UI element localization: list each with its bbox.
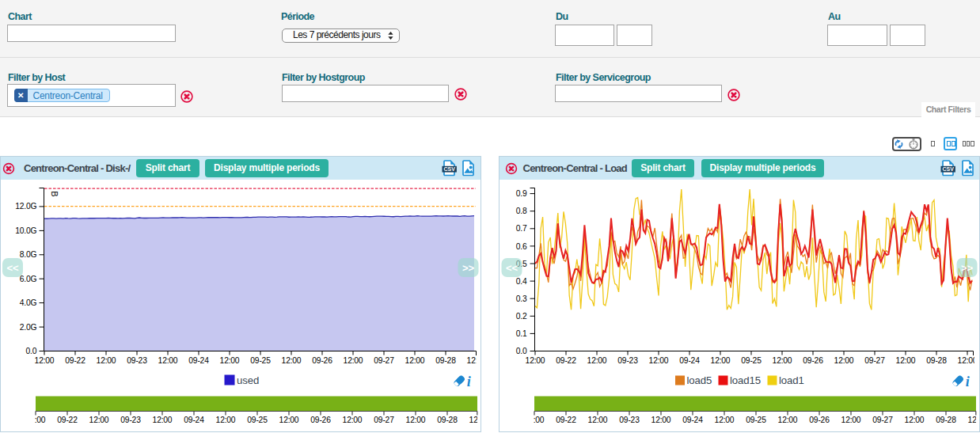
svg-text:12:00: 12:00 bbox=[406, 416, 426, 424]
svg-text:load5: load5 bbox=[687, 374, 712, 386]
svg-text:09-24: 09-24 bbox=[679, 356, 700, 365]
svg-text:09-22: 09-22 bbox=[65, 356, 85, 365]
svg-text:12:00: 12:00 bbox=[841, 416, 861, 424]
svg-text:0.2: 0.2 bbox=[516, 312, 527, 321]
svg-text:12:00: 12:00 bbox=[97, 356, 116, 365]
svg-text:12:00: 12:00 bbox=[405, 356, 425, 365]
svg-text:12:00: 12:00 bbox=[279, 416, 299, 424]
svg-text:load1: load1 bbox=[779, 374, 804, 386]
svg-text:12:00: 12:00 bbox=[153, 416, 173, 424]
svg-text:0.0: 0.0 bbox=[26, 347, 37, 355]
svg-text:09-25: 09-25 bbox=[247, 416, 268, 424]
svg-text:12:00: 12:00 bbox=[525, 416, 545, 424]
svg-text:09-24: 09-24 bbox=[184, 416, 204, 424]
svg-text:12:00: 12:00 bbox=[588, 416, 608, 424]
svg-text:09-23: 09-23 bbox=[120, 416, 141, 424]
svg-text:12:00: 12:00 bbox=[89, 416, 109, 424]
svg-text:0.8: 0.8 bbox=[516, 207, 527, 215]
svg-text:09-28: 09-28 bbox=[435, 356, 456, 365]
svg-text:09-26: 09-26 bbox=[310, 416, 331, 424]
svg-text:0.9: 0.9 bbox=[516, 189, 527, 198]
svg-text:12:00: 12:00 bbox=[35, 356, 55, 365]
svg-text:12:00: 12:00 bbox=[344, 356, 363, 365]
svg-text:12:00: 12:00 bbox=[905, 416, 925, 424]
svg-text:12:00: 12:00 bbox=[587, 356, 607, 365]
svg-text:B: B bbox=[50, 192, 59, 197]
svg-text:i: i bbox=[467, 374, 471, 389]
svg-text:12:00: 12:00 bbox=[158, 356, 178, 365]
svg-text:4.0G: 4.0G bbox=[20, 298, 37, 307]
svg-text:12:00: 12:00 bbox=[526, 356, 545, 365]
svg-text:12:00: 12:00 bbox=[834, 356, 854, 365]
svg-text:12:00: 12:00 bbox=[467, 356, 481, 365]
svg-text:09-28: 09-28 bbox=[936, 416, 956, 424]
svg-text:<<: << bbox=[506, 262, 518, 274]
svg-text:12:00: 12:00 bbox=[343, 416, 363, 424]
svg-text:09-25: 09-25 bbox=[250, 356, 271, 365]
svg-text:09-27: 09-27 bbox=[872, 416, 893, 424]
svg-text:CSV: CSV bbox=[942, 166, 954, 172]
svg-text:12:00: 12:00 bbox=[773, 356, 792, 365]
svg-text:6.0G: 6.0G bbox=[20, 275, 37, 283]
svg-text:12:00: 12:00 bbox=[715, 416, 735, 424]
svg-text:12:00: 12:00 bbox=[220, 356, 240, 365]
svg-text:>>: >> bbox=[961, 262, 974, 274]
svg-text:09-25: 09-25 bbox=[741, 356, 762, 365]
svg-text:09-27: 09-27 bbox=[374, 416, 394, 424]
svg-text:09-24: 09-24 bbox=[188, 356, 209, 365]
svg-text:09-25: 09-25 bbox=[746, 416, 766, 424]
svg-text:0.4: 0.4 bbox=[516, 277, 527, 286]
svg-text:09-23: 09-23 bbox=[617, 356, 638, 365]
svg-text:2.0G: 2.0G bbox=[20, 323, 37, 332]
svg-text:<<: << bbox=[6, 262, 19, 274]
svg-text:12.0G: 12.0G bbox=[15, 202, 36, 211]
svg-text:09-27: 09-27 bbox=[374, 356, 394, 365]
svg-text:i: i bbox=[966, 374, 970, 389]
svg-text:09-22: 09-22 bbox=[556, 356, 576, 365]
svg-text:12:00: 12:00 bbox=[26, 416, 46, 424]
svg-text:12:00: 12:00 bbox=[711, 356, 731, 365]
svg-text:8.0G: 8.0G bbox=[20, 250, 37, 259]
svg-text:12:00: 12:00 bbox=[896, 356, 916, 365]
svg-text:0.3: 0.3 bbox=[516, 294, 527, 303]
svg-text:12:00: 12:00 bbox=[469, 416, 481, 424]
svg-text:09-26: 09-26 bbox=[312, 356, 332, 365]
svg-text:09-26: 09-26 bbox=[809, 416, 830, 424]
svg-text:09-22: 09-22 bbox=[556, 416, 576, 424]
svg-text:0.1: 0.1 bbox=[516, 329, 527, 338]
svg-text:12:00: 12:00 bbox=[778, 416, 798, 424]
svg-text:10.0G: 10.0G bbox=[15, 226, 36, 235]
svg-text:>>: >> bbox=[462, 262, 475, 274]
svg-text:0.0: 0.0 bbox=[516, 347, 527, 355]
svg-text:0.6: 0.6 bbox=[516, 242, 527, 251]
svg-text:CSV: CSV bbox=[443, 166, 455, 172]
svg-text:09-27: 09-27 bbox=[864, 356, 885, 365]
svg-text:09-26: 09-26 bbox=[803, 356, 823, 365]
svg-text:09-23: 09-23 bbox=[127, 356, 147, 365]
svg-text:0.7: 0.7 bbox=[516, 224, 527, 233]
svg-text:09-28: 09-28 bbox=[437, 416, 458, 424]
svg-text:load15: load15 bbox=[730, 374, 761, 386]
svg-text:12:00: 12:00 bbox=[282, 356, 302, 365]
svg-text:12:00: 12:00 bbox=[958, 356, 978, 365]
svg-text:09-23: 09-23 bbox=[619, 416, 640, 424]
svg-text:09-22: 09-22 bbox=[57, 416, 78, 424]
svg-text:09-28: 09-28 bbox=[926, 356, 947, 365]
svg-text:12:00: 12:00 bbox=[216, 416, 236, 424]
svg-text:12:00: 12:00 bbox=[651, 416, 671, 424]
svg-text:12:00: 12:00 bbox=[968, 416, 979, 424]
svg-text:09-24: 09-24 bbox=[682, 416, 703, 424]
svg-text:12:00: 12:00 bbox=[649, 356, 669, 365]
svg-text:used: used bbox=[237, 374, 259, 386]
